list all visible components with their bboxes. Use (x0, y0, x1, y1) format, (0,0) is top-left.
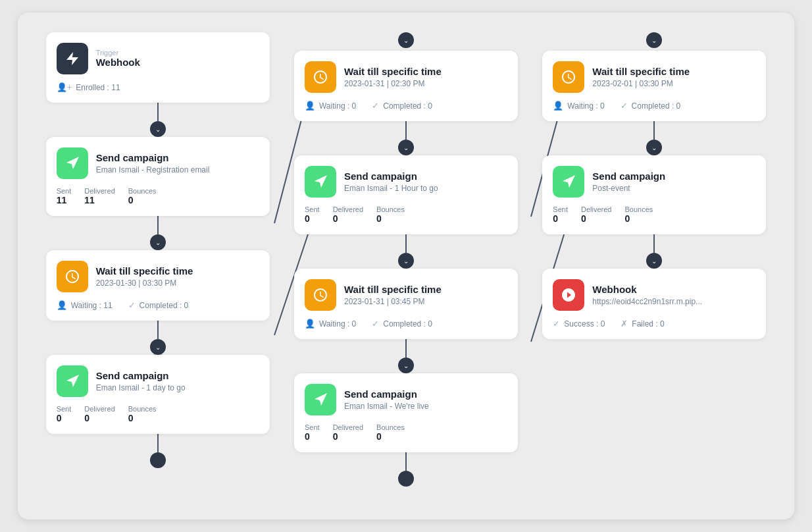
send-campaign-1-title: Send campaign (96, 152, 210, 164)
person-check-icon-1: ✓ (128, 300, 136, 310)
wait-4-title: Wait till specific time (592, 66, 690, 78)
waiting-stat-4: 👤 Waiting : 0 (553, 101, 604, 111)
delivered-stat-1: Delivered 11 (84, 187, 114, 205)
workflow-canvas: Trigger Webhook 👤+ Enrolled : 11 ⌄ (18, 13, 794, 519)
connector-2-1: ⌄ (398, 121, 414, 155)
delivered-stat-4: Delivered 0 (333, 423, 363, 442)
campaign-icon-5 (553, 166, 584, 198)
person-check-icon-3: ✓ (372, 319, 379, 329)
chevron-down-icon-5: ⌄ (398, 253, 414, 269)
wait-time-2-card: Wait till specific time 2023-01-31 | 02:… (294, 51, 518, 121)
person-wait-icon-2: 👤 (305, 101, 315, 111)
chevron-down-icon: ⌄ (150, 121, 166, 137)
campaign-icon-3 (305, 166, 336, 198)
wait-2-subtitle: 2023-01-31 | 02:30 PM (344, 79, 442, 88)
bounces-stat-3: Bounces 0 (376, 205, 405, 224)
completed-stat-1: ✓ Completed : 0 (128, 300, 189, 310)
person-wait-icon-1: 👤 (57, 300, 67, 310)
completed-stat-2: ✓ Completed : 0 (372, 101, 432, 111)
connector-3-2: ⌄ (646, 234, 662, 269)
delivered-stat-3: Delivered 0 (333, 205, 363, 224)
connector-2-2: ⌄ (398, 234, 414, 269)
chevron-down-icon-2: ⌄ (150, 234, 166, 250)
webhook-2-title: Webhook (592, 284, 702, 296)
campaign-icon-1 (57, 147, 88, 179)
sent-stat-2: Sent 0 (57, 405, 72, 423)
send-campaign-1-card: Send campaign Eman Ismail - Registration… (46, 137, 270, 216)
person-check-icon-4: ✓ (621, 101, 628, 111)
bounces-stat-2: Bounces 0 (128, 405, 157, 423)
webhook-title: Webhook (96, 57, 140, 68)
wait-3-subtitle: 2023-01-31 | 03:45 PM (344, 297, 442, 306)
chevron-down-icon-8: ⌄ (646, 253, 662, 269)
end-dot-2 (398, 471, 414, 487)
send-campaign-5-title: Send campaign (592, 171, 665, 182)
wait-time-1-card: Wait till specific time 2023-01-30 | 03:… (46, 250, 270, 321)
person-fail-icon: ✗ (621, 319, 628, 329)
wait-time-4-card: Wait till specific time 2023-02-01 | 03:… (542, 51, 766, 121)
failed-stat: ✗ Failed : 0 (621, 319, 664, 329)
waiting-stat-2: 👤 Waiting : 0 (305, 101, 356, 111)
person-wait-icon-3: 👤 (305, 319, 315, 329)
trigger-label: Trigger (96, 49, 140, 57)
sent-stat-5: Sent 0 (553, 205, 568, 224)
column-2: ⌄ Wait till specific time 2023-01-31 | 0… (282, 32, 530, 487)
completed-stat-4: ✓ Completed : 0 (621, 101, 681, 111)
enrolled-stat: 👤+ Enrolled : 11 (57, 82, 120, 92)
completed-stat-3: ✓ Completed : 0 (372, 319, 432, 329)
person-check-icon-2: ✓ (372, 101, 379, 111)
column-1: Trigger Webhook 👤+ Enrolled : 11 ⌄ (34, 32, 282, 487)
wait-1-title: Wait till specific time (96, 265, 193, 277)
wait-1-subtitle: 2023-01-30 | 03:30 PM (96, 279, 193, 288)
campaign-icon-4 (305, 384, 336, 415)
campaign-icon-2 (57, 365, 88, 397)
trigger-webhook-card: Trigger Webhook 👤+ Enrolled : 11 (46, 32, 270, 103)
send-campaign-4-title: Send campaign (344, 388, 429, 400)
connector-1-1: ⌄ (150, 103, 166, 137)
person-add-icon: 👤+ (57, 82, 72, 92)
connector-1-2: ⌄ (150, 216, 166, 250)
wait-2-title: Wait till specific time (344, 66, 442, 78)
bottom-dot-1 (150, 434, 166, 468)
sent-stat-4: Sent 0 (305, 423, 320, 442)
send-campaign-4-subtitle: Eman Ismail - We're live (344, 402, 429, 411)
webhook-2-card: Webhook https://eoid4cc2n9n1srr.m.pip...… (542, 269, 766, 339)
wait-icon-1 (57, 261, 88, 292)
chevron-down-icon-4: ⌄ (398, 140, 414, 155)
send-campaign-4-card: Send campaign Eman Ismail - We're live S… (294, 373, 518, 452)
connector-3-1: ⌄ (646, 121, 662, 155)
send-campaign-2-title: Send campaign (96, 370, 186, 382)
wait-3-title: Wait till specific time (344, 284, 442, 296)
end-dot-1 (150, 452, 166, 468)
send-campaign-5-subtitle: Post-event (592, 184, 665, 193)
send-campaign-3-card: Send campaign Eman Ismail - 1 Hour to go… (294, 155, 518, 234)
person-wait-icon-4: 👤 (553, 101, 563, 111)
person-check-icon-5: ✓ (553, 319, 560, 329)
waiting-stat-3: 👤 Waiting : 0 (305, 319, 356, 329)
bounces-stat-1: Bounces 0 (128, 187, 157, 205)
bottom-dot-2 (398, 452, 414, 487)
sent-stat-1: Sent 11 (57, 187, 72, 205)
wait-icon-4 (553, 61, 584, 93)
top-chevron-2: ⌄ (398, 32, 414, 48)
wait-4-subtitle: 2023-02-01 | 03:30 PM (592, 79, 690, 88)
wait-icon-2 (305, 61, 336, 93)
send-campaign-3-title: Send campaign (344, 171, 438, 182)
send-campaign-1-subtitle: Eman Ismail - Registration email (96, 165, 210, 174)
chevron-down-icon-3: ⌄ (150, 339, 166, 355)
webhook-2-subtitle: https://eoid4cc2n9n1srr.m.pip... (592, 297, 702, 306)
chevron-down-icon-7: ⌄ (646, 140, 662, 155)
top-chevron-3: ⌄ (646, 32, 662, 48)
send-campaign-5-card: Send campaign Post-event Sent 0 Delivere… (542, 155, 766, 234)
send-campaign-2-subtitle: Eman Ismail - 1 day to go (96, 383, 186, 392)
send-campaign-3-subtitle: Eman Ismail - 1 Hour to go (344, 184, 438, 193)
wait-icon-3 (305, 279, 336, 311)
wait-time-3-card: Wait till specific time 2023-01-31 | 03:… (294, 269, 518, 339)
chevron-down-icon-6: ⌄ (398, 358, 414, 373)
waiting-stat-1: 👤 Waiting : 11 (57, 300, 113, 310)
connector-1-3: ⌄ (150, 321, 166, 355)
connector-2-3: ⌄ (398, 339, 414, 373)
delivered-stat-2: Delivered 0 (84, 405, 114, 423)
sent-stat-3: Sent 0 (305, 205, 320, 224)
success-stat: ✓ Success : 0 (553, 319, 605, 329)
